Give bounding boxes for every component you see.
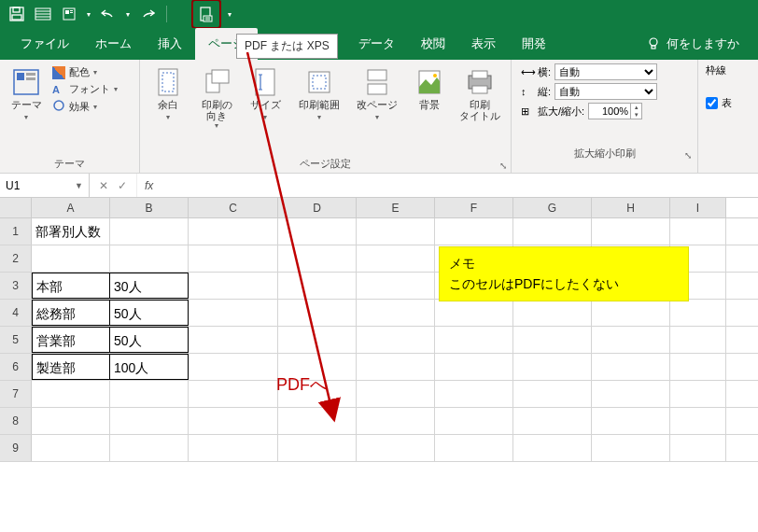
tab-insert[interactable]: 挿入 [145,28,195,60]
cell-D1[interactable] [278,218,357,245]
undo-icon[interactable] [97,3,119,25]
cell-A8[interactable] [32,408,110,434]
row-header-7[interactable]: 7 [0,381,32,407]
page-setup-launcher-icon[interactable]: ⤡ [499,161,507,171]
cell-A1[interactable]: 部署別人数 [32,218,110,245]
cell-E1[interactable] [357,218,435,245]
touch-mode-icon[interactable] [32,3,54,25]
cell-I8[interactable] [670,408,726,434]
row-header-3[interactable]: 3 [0,273,32,299]
cell-G4[interactable] [513,300,592,326]
column-header-C[interactable]: C [189,198,278,217]
tell-me-search[interactable]: 何をしますか [635,28,751,60]
cell-A6[interactable]: 製造部 [32,354,110,380]
cell-C9[interactable] [189,435,278,461]
themes-button[interactable]: テーマ▾ [6,63,47,122]
cell-H5[interactable] [592,327,670,353]
cell-A9[interactable] [32,435,110,461]
cell-F7[interactable] [435,381,513,407]
cell-I6[interactable] [670,354,726,380]
cell-G6[interactable] [513,354,592,380]
cell-B1[interactable] [110,218,189,245]
row-header-2[interactable]: 2 [0,245,32,272]
cell-E2[interactable] [357,245,435,272]
cell-F9[interactable] [435,435,513,461]
cell-B5[interactable]: 50人 [110,327,189,353]
cell-H1[interactable] [592,218,670,245]
cell-B4[interactable]: 50人 [110,300,189,326]
cell-G1[interactable] [513,218,592,245]
margins-button[interactable]: 余白▾ [147,63,189,122]
cell-F5[interactable] [435,327,513,353]
cell-E8[interactable] [357,408,435,434]
column-header-E[interactable]: E [357,198,435,217]
cell-D3[interactable] [278,273,357,299]
breaks-button[interactable]: 改ページ▾ [353,63,401,122]
row-header-9[interactable]: 9 [0,435,32,461]
background-button[interactable]: 背景 [409,63,450,110]
cell-E5[interactable] [357,327,435,353]
tab-review[interactable]: 校閲 [408,28,458,60]
fx-icon[interactable]: fx [137,179,161,192]
scale-launcher-icon[interactable]: ⤡ [684,150,692,161]
print-titles-button[interactable]: 印刷 タイトル [457,63,502,121]
cell-E7[interactable] [357,381,435,407]
name-box[interactable]: ▼ [0,174,90,197]
cell-D5[interactable] [278,327,357,353]
cell-A2[interactable] [32,245,110,272]
scale-width-select[interactable]: 自動 [554,63,657,80]
cell-G7[interactable] [513,381,592,407]
cell-G8[interactable] [513,408,592,434]
cell-H9[interactable] [592,435,670,461]
size-button[interactable]: サイズ▾ [245,63,286,122]
cell-B6[interactable]: 100人 [110,354,189,380]
select-all-corner[interactable] [0,198,32,217]
theme-fonts-button[interactable]: A フォント ▾ [52,82,118,96]
save-icon[interactable] [6,3,28,25]
undo-dropdown-icon[interactable]: ▾ [123,10,133,19]
cell-B7[interactable] [110,381,189,407]
column-header-I[interactable]: I [670,198,726,217]
cell-I9[interactable] [670,435,726,461]
cell-C8[interactable] [189,408,278,434]
qat-customize-icon[interactable]: ▾ [225,10,234,19]
print-area-button[interactable]: 印刷範囲▾ [293,63,345,122]
cell-E4[interactable] [357,300,435,326]
cell-C4[interactable] [189,300,278,326]
tab-home[interactable]: ホーム [82,28,145,60]
orientation-button[interactable]: 印刷の 向き ▾ [196,63,237,130]
cancel-formula-icon[interactable]: ✕ [99,179,108,192]
cell-D8[interactable] [278,408,357,434]
tab-file[interactable]: ファイル [7,28,82,60]
cell-A4[interactable]: 総務部 [32,300,110,326]
cell-C7[interactable] [189,381,278,407]
cell-H4[interactable] [592,300,670,326]
cell-C2[interactable] [189,245,278,272]
cell-H7[interactable] [592,381,670,407]
cell-A3[interactable]: 本部 [32,273,110,299]
cell-C3[interactable] [189,273,278,299]
cell-D4[interactable] [278,300,357,326]
row-header-1[interactable]: 1 [0,218,32,245]
gridlines-view-checkbox[interactable]: 表 [706,96,747,110]
qat-more-icon[interactable]: ▾ [84,10,93,19]
cell-I4[interactable] [670,300,726,326]
cell-F6[interactable] [435,354,513,380]
column-header-G[interactable]: G [513,198,592,217]
cell-I7[interactable] [670,381,726,407]
cell-C1[interactable] [189,218,278,245]
tab-data[interactable]: データ [345,28,408,60]
cell-H6[interactable] [592,354,670,380]
cell-I5[interactable] [670,327,726,353]
tab-view[interactable]: 表示 [458,28,509,60]
cell-E3[interactable] [357,273,435,299]
cell-B3[interactable]: 30人 [110,273,189,299]
cell-E6[interactable] [357,354,435,380]
cell-F4[interactable] [435,300,513,326]
cell-G5[interactable] [513,327,592,353]
enter-formula-icon[interactable]: ✓ [118,179,127,192]
row-header-4[interactable]: 4 [0,300,32,326]
quick-access-dropdown-icon[interactable] [58,3,80,25]
cell-I1[interactable] [670,218,726,245]
cell-D9[interactable] [278,435,357,461]
